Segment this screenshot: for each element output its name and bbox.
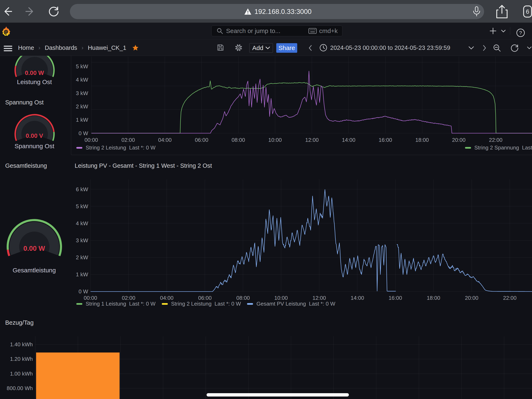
svg-text:6: 6 [526, 8, 529, 15]
svg-text:?: ? [519, 30, 522, 36]
